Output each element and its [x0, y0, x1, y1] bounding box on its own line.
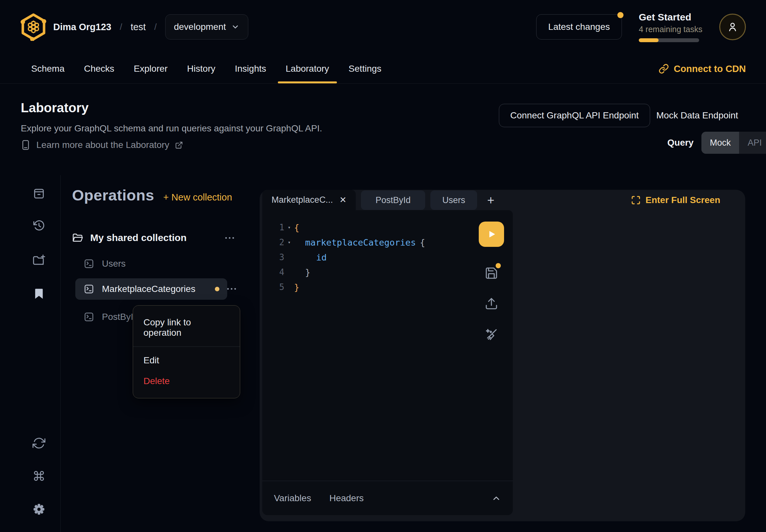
- breadcrumb-separator: /: [120, 22, 122, 32]
- fullscreen-icon: [631, 195, 641, 205]
- collection-more-options-icon[interactable]: [225, 236, 235, 239]
- editor-tab-postbyid[interactable]: PostById: [361, 190, 425, 210]
- tab-insights[interactable]: Insights: [225, 54, 276, 83]
- gear-icon: [32, 503, 45, 516]
- save-icon: [485, 266, 498, 280]
- operation-row-users[interactable]: Users: [75, 254, 126, 273]
- menu-item-copy-link[interactable]: Copy link to operation: [133, 312, 240, 343]
- editor-tab-label: PostById: [375, 195, 411, 205]
- collections-rail-button[interactable]: [32, 187, 45, 200]
- mock-data-endpoint-button[interactable]: Mock Data Endpoint: [656, 104, 738, 127]
- connect-to-cdn-label: Connect to CDN: [674, 64, 746, 74]
- learn-more-link[interactable]: Learn more about the Laboratory: [21, 139, 183, 151]
- operation-row-postbyid[interactable]: PostById: [75, 308, 138, 326]
- connect-graphql-endpoint-button[interactable]: Connect GraphQL API Endpoint: [499, 104, 650, 127]
- close-tab-icon[interactable]: ✕: [339, 195, 346, 205]
- breadcrumb-project[interactable]: test: [130, 22, 146, 32]
- connect-graphql-endpoint-label: Connect GraphQL API Endpoint: [510, 110, 639, 121]
- history-rail-button[interactable]: [32, 219, 45, 232]
- query-mode-row: Query Mock API: [667, 132, 766, 154]
- code-token: marketplaceCategories: [305, 237, 416, 248]
- collection-name: My shared collection: [90, 232, 187, 243]
- tab-schema[interactable]: Schema: [21, 54, 74, 83]
- new-folder-rail-button[interactable]: [32, 254, 45, 267]
- operation-context-menu: Copy link to operation Edit Delete: [133, 305, 240, 398]
- get-started-progress-fill: [639, 38, 659, 42]
- format-query-button[interactable]: [484, 327, 499, 342]
- code-line: 4 }: [262, 265, 513, 280]
- menu-divider: [133, 346, 240, 347]
- query-mode-api[interactable]: API: [739, 132, 766, 154]
- get-started-subtitle: 4 remaining tasks: [639, 25, 702, 34]
- folder-plus-icon: [32, 254, 45, 267]
- operations-header: Operations + New collection: [72, 186, 232, 204]
- get-started-title: Get Started: [639, 12, 702, 23]
- operations-title: Operations: [72, 186, 154, 204]
- unsaved-dot: [496, 263, 501, 268]
- editor-tab-label: Users: [443, 195, 466, 205]
- tab-settings[interactable]: Settings: [339, 54, 391, 83]
- tab-checks[interactable]: Checks: [74, 54, 124, 83]
- latest-changes-button[interactable]: Latest changes: [536, 14, 622, 40]
- editor-tab-users[interactable]: Users: [431, 190, 477, 210]
- query-mode-mock[interactable]: Mock: [701, 132, 739, 154]
- new-collection-button[interactable]: + New collection: [163, 192, 232, 203]
- enter-fullscreen-button[interactable]: Enter Full Screen: [631, 193, 720, 207]
- refresh-icon: [32, 437, 45, 450]
- settings-rail-button[interactable]: [32, 503, 45, 516]
- line-number: 3: [262, 252, 284, 262]
- link-icon: [659, 64, 669, 74]
- main-nav: Schema Checks Explorer History Insights …: [0, 54, 766, 84]
- editor-tab-label: MarketplaceC...: [272, 195, 333, 205]
- breadcrumb-separator: /: [154, 22, 157, 32]
- line-number: 2: [262, 237, 284, 247]
- save-operation-button[interactable]: [485, 266, 498, 280]
- learn-more-label: Learn more about the Laboratory: [36, 140, 169, 150]
- code-line: 2 ▾ marketplaceCategories{: [262, 235, 513, 250]
- collapse-footer-button[interactable]: [492, 493, 501, 503]
- query-mode-toggle: Mock API: [701, 132, 766, 154]
- code-line: 3 id: [262, 250, 513, 265]
- variables-tab[interactable]: Variables: [274, 493, 311, 503]
- collection-row[interactable]: My shared collection: [72, 228, 235, 247]
- tab-laboratory[interactable]: Laboratory: [276, 54, 339, 83]
- code-line: 5 }: [262, 280, 513, 295]
- folder-open-icon: [72, 232, 83, 243]
- book-icon: [21, 139, 30, 151]
- refresh-rail-button[interactable]: [32, 437, 45, 450]
- page-title: Laboratory: [21, 101, 89, 115]
- breadcrumb-org[interactable]: Dima Org123: [53, 22, 111, 32]
- header-right: Latest changes Get Started 4 remaining t…: [536, 0, 746, 54]
- hive-logo[interactable]: [19, 13, 47, 41]
- get-started-widget[interactable]: Get Started 4 remaining tasks: [639, 12, 702, 42]
- editor-tab-marketplace-active[interactable]: MarketplaceC... ✕: [262, 190, 356, 210]
- shortcuts-rail-button[interactable]: [32, 469, 45, 482]
- code-token: }: [294, 282, 299, 292]
- new-tab-button[interactable]: +: [482, 192, 499, 209]
- query-editor[interactable]: 1 ▾ { 2 ▾ marketplaceCategories{ 3 id 4: [262, 210, 513, 515]
- share-operation-button[interactable]: [485, 297, 498, 310]
- magic-broom-icon: [484, 327, 499, 342]
- tab-history[interactable]: History: [177, 54, 225, 83]
- tab-explorer[interactable]: Explorer: [124, 54, 177, 83]
- operation-label: MarketplaceCategories: [102, 284, 195, 294]
- history-clock-icon: [32, 219, 45, 232]
- latest-changes-label: Latest changes: [548, 22, 610, 32]
- line-number: 4: [262, 267, 284, 277]
- code-area[interactable]: 1 ▾ { 2 ▾ marketplaceCategories{ 3 id 4: [262, 220, 513, 295]
- user-avatar[interactable]: [719, 14, 746, 40]
- connect-to-cdn-link[interactable]: Connect to CDN: [659, 54, 746, 84]
- editor-actions: [479, 222, 505, 342]
- bookmarks-rail-button[interactable]: [32, 287, 45, 300]
- run-query-button[interactable]: [479, 222, 504, 247]
- operation-icon: [84, 312, 94, 322]
- menu-item-edit[interactable]: Edit: [133, 350, 240, 371]
- headers-tab[interactable]: Headers: [329, 493, 364, 503]
- operation-row-marketplace-selected[interactable]: MarketplaceCategories: [75, 278, 227, 300]
- operation-more-options-icon[interactable]: [227, 287, 237, 290]
- menu-item-delete[interactable]: Delete: [133, 371, 240, 392]
- laboratory-page: Dima Org123 / test / development Latest …: [0, 0, 766, 532]
- target-selector-dropdown[interactable]: development: [165, 14, 248, 40]
- fold-marker-icon[interactable]: ▾: [284, 239, 294, 245]
- fold-marker-icon[interactable]: ▾: [284, 224, 294, 230]
